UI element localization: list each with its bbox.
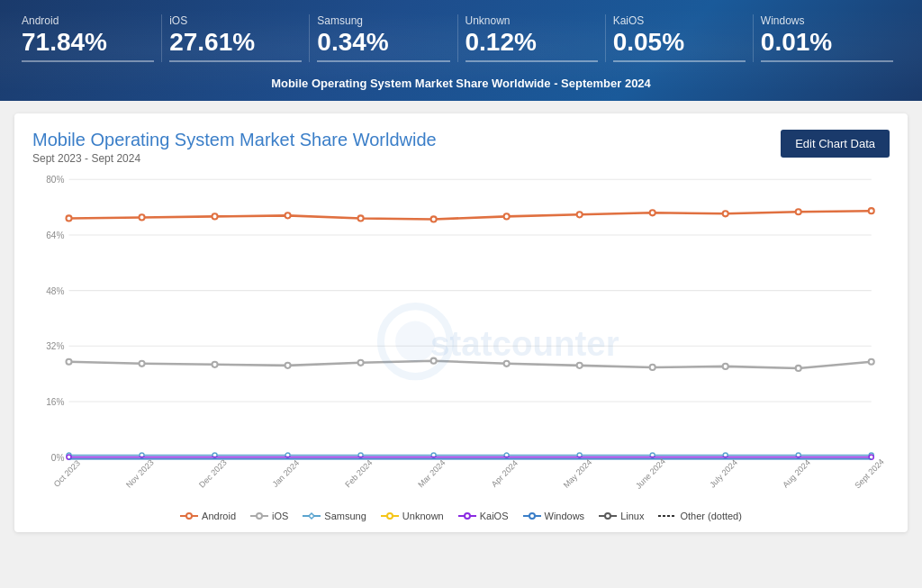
stat-item-android: Android 71.84% <box>22 14 162 62</box>
svg-point-26 <box>212 362 218 367</box>
legend-unknown: Unknown <box>381 511 444 521</box>
svg-point-15 <box>285 213 291 218</box>
legend-kaios: KaiOS <box>458 511 509 521</box>
svg-text:80%: 80% <box>46 175 64 185</box>
legend-linux: Linux <box>599 511 644 521</box>
svg-point-16 <box>358 215 364 221</box>
svg-point-34 <box>796 366 801 371</box>
legend-unknown-label: Unknown <box>402 511 444 521</box>
svg-point-27 <box>285 363 291 368</box>
stat-underline <box>613 60 746 62</box>
stat-item-ios: iOS 27.61% <box>162 14 310 62</box>
stat-value: 0.12% <box>466 29 598 57</box>
svg-text:statcounter: statcounter <box>430 323 619 362</box>
svg-point-13 <box>139 214 144 220</box>
legend-samsung: Samsung <box>303 511 366 521</box>
svg-text:32%: 32% <box>46 341 64 351</box>
stat-label: Windows <box>761 14 893 27</box>
svg-point-21 <box>723 211 728 216</box>
legend-linux-label: Linux <box>620 511 644 521</box>
stat-label: Samsung <box>317 14 449 27</box>
chart-area: 80% 64% 48% 32% 16% 0% <box>32 170 890 503</box>
stat-item-kaios: KaiOS 0.05% <box>606 14 754 62</box>
svg-point-17 <box>431 216 437 222</box>
chart-svg: 80% 64% 48% 32% 16% 0% <box>32 170 890 503</box>
chart-legend: Android iOS Samsung Unknown KaiOS Window… <box>32 511 890 521</box>
svg-point-12 <box>66 215 71 221</box>
svg-point-74 <box>465 513 470 519</box>
stat-item-windows: Windows 0.01% <box>754 14 900 62</box>
legend-other-label: Other (dotted) <box>680 511 741 521</box>
legend-kaios-label: KaiOS <box>480 511 509 521</box>
svg-point-28 <box>358 359 364 365</box>
stat-label: KaiOS <box>613 14 746 27</box>
stat-value: 0.01% <box>761 29 893 57</box>
svg-text:16%: 16% <box>46 397 64 407</box>
chart-card: Mobile Operating System Market Share Wor… <box>14 113 908 532</box>
svg-text:Jan 2024: Jan 2024 <box>271 458 302 489</box>
svg-text:Dec 2023: Dec 2023 <box>197 457 229 489</box>
svg-point-25 <box>139 361 144 366</box>
svg-point-76 <box>529 513 535 519</box>
stat-value: 0.05% <box>613 29 746 57</box>
legend-ios-label: iOS <box>272 511 288 521</box>
stat-value: 27.61% <box>169 29 302 57</box>
stat-value: 71.84% <box>22 29 154 57</box>
legend-other: Other (dotted) <box>658 511 741 521</box>
svg-text:0%: 0% <box>51 452 65 462</box>
stat-label: Android <box>22 14 154 27</box>
stats-row: Android 71.84% iOS 27.61% Samsung 0.34% … <box>22 14 900 62</box>
chart-subtitle: Sept 2023 - Sept 2024 <box>32 152 437 165</box>
svg-point-14 <box>212 213 218 219</box>
svg-text:Sept 2024: Sept 2024 <box>853 457 885 490</box>
legend-samsung-label: Samsung <box>324 511 366 521</box>
svg-point-72 <box>387 513 393 519</box>
svg-point-23 <box>869 208 874 213</box>
svg-point-20 <box>650 210 655 215</box>
svg-point-24 <box>66 358 71 364</box>
svg-marker-70 <box>309 513 314 519</box>
svg-text:Aug 2024: Aug 2024 <box>781 457 812 489</box>
stat-underline <box>466 60 598 62</box>
svg-text:Mar 2024: Mar 2024 <box>416 457 447 489</box>
svg-point-64 <box>395 321 436 361</box>
svg-text:Oct 2023: Oct 2023 <box>52 458 82 489</box>
svg-point-22 <box>796 209 801 214</box>
chart-title: Mobile Operating System Market Share Wor… <box>32 130 437 150</box>
stat-label: Unknown <box>466 14 598 27</box>
chart-title-block: Mobile Operating System Market Share Wor… <box>32 130 437 165</box>
stat-value: 0.34% <box>317 29 449 57</box>
svg-text:Nov 2023: Nov 2023 <box>124 457 156 489</box>
stat-underline <box>317 60 449 62</box>
legend-windows: Windows <box>523 511 585 521</box>
legend-ios: iOS <box>250 511 288 521</box>
legend-windows-label: Windows <box>545 511 585 521</box>
stat-underline <box>761 60 893 62</box>
legend-android: Android <box>180 511 236 521</box>
stat-underline <box>169 60 302 62</box>
svg-text:Feb 2024: Feb 2024 <box>343 457 374 489</box>
svg-text:July 2024: July 2024 <box>708 457 739 489</box>
svg-point-32 <box>650 365 655 370</box>
svg-point-66 <box>186 513 192 519</box>
svg-text:64%: 64% <box>46 231 64 240</box>
svg-point-33 <box>723 364 728 369</box>
header-subtitle: Mobile Operating System Market Share Wor… <box>22 71 900 92</box>
edit-chart-button[interactable]: Edit Chart Data <box>781 130 890 158</box>
stat-item-samsung: Samsung 0.34% <box>310 14 457 62</box>
stat-label: iOS <box>169 14 302 27</box>
svg-text:Apr 2024: Apr 2024 <box>490 458 520 489</box>
legend-android-label: Android <box>202 511 236 521</box>
svg-text:48%: 48% <box>46 285 64 295</box>
chart-header: Mobile Operating System Market Share Wor… <box>32 130 890 165</box>
svg-point-31 <box>577 363 583 368</box>
svg-text:June 2024: June 2024 <box>634 457 667 491</box>
svg-point-19 <box>577 212 583 217</box>
svg-point-35 <box>869 358 874 364</box>
svg-point-78 <box>605 513 610 519</box>
header: Android 71.84% iOS 27.61% Samsung 0.34% … <box>0 0 922 101</box>
svg-point-18 <box>504 213 510 219</box>
svg-point-68 <box>257 513 262 519</box>
stat-item-unknown: Unknown 0.12% <box>458 14 606 62</box>
svg-text:May 2024: May 2024 <box>562 457 593 490</box>
